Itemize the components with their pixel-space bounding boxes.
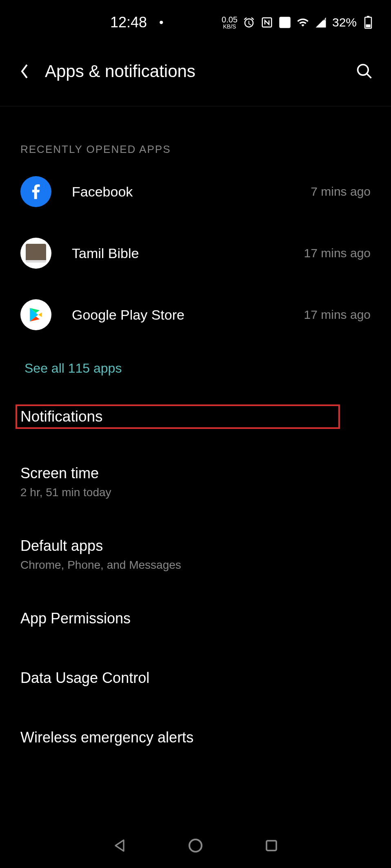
page-header: Apps & notifications [0,37,391,106]
setting-screen-time[interactable]: Screen time 2 hr, 51 min today [20,453,371,510]
setting-title: App Permissions [20,610,371,627]
setting-subtitle: Chrome, Phone, and Messages [20,559,371,572]
setting-title: Default apps [20,537,371,554]
nav-back-icon [111,837,128,854]
status-time: 12:48 [110,14,147,31]
recent-app-facebook[interactable]: Facebook 7 mins ago [20,176,371,207]
app-name: Tamil Bible [72,245,284,261]
svg-rect-11 [267,841,276,850]
setting-data-usage[interactable]: Data Usage Control [20,658,371,702]
tamil-bible-icon [20,238,51,269]
content-area: RECENTLY OPENED APPS Facebook 7 mins ago… [0,106,391,762]
svg-point-10 [189,839,202,852]
svg-text:x: x [323,16,326,22]
setting-title: Notifications [20,408,335,425]
setting-title: Wireless emergency alerts [20,729,371,746]
section-label-recent-apps: RECENTLY OPENED APPS [20,143,371,156]
wifi-icon [296,16,309,29]
setting-app-permissions[interactable]: App Permissions [20,599,371,643]
status-left: 12:48 • [110,14,164,31]
nav-home-icon [187,837,204,854]
net-speed-unit: KB/S [223,24,236,29]
setting-wireless-emergency-alerts[interactable]: Wireless emergency alerts [20,718,371,762]
setting-default-apps[interactable]: Default apps Chrome, Phone, and Messages [20,526,371,583]
battery-icon [362,16,375,29]
svg-rect-7 [366,24,370,27]
setting-title: Screen time [20,465,371,482]
app-time: 17 mins ago [304,246,371,260]
setting-notifications[interactable]: Notifications [16,404,340,429]
recent-app-google-play[interactable]: Google Play Store 17 mins ago [20,299,371,330]
nav-recent-button[interactable] [261,835,282,856]
search-button[interactable] [354,61,375,82]
page-title: Apps & notifications [45,62,342,81]
svg-line-9 [367,74,371,78]
svg-rect-6 [367,16,369,17]
nav-back-button[interactable] [109,835,130,856]
chevron-left-icon [20,63,29,80]
book-icon [26,244,46,263]
setting-title: Data Usage Control [20,669,371,687]
app-name: Facebook [72,184,290,200]
nfc-icon [260,16,273,29]
recent-app-tamil-bible[interactable]: Tamil Bible 17 mins ago [20,238,371,269]
app-time: 17 mins ago [304,308,371,322]
alarm-icon [242,16,255,29]
app-name: Google Play Store [72,307,284,323]
back-button[interactable] [16,63,33,80]
volte-icon: VoLTE [278,16,291,29]
nav-recent-icon [264,838,279,853]
net-speed-value: 0.05 [222,15,238,24]
net-speed-indicator: 0.05 KB/S [222,15,238,29]
facebook-icon [20,176,51,207]
svg-point-8 [358,65,369,75]
svg-text:LTE: LTE [281,22,289,27]
nav-home-button[interactable] [185,835,206,856]
status-right: 0.05 KB/S VoLTE x 32% [222,15,375,29]
signal-icon: x [314,16,327,29]
app-time: 7 mins ago [311,185,371,199]
navigation-bar [0,835,391,856]
battery-percentage: 32% [332,15,357,29]
google-play-icon [20,299,51,330]
status-dot-icon: • [159,15,164,29]
setting-subtitle: 2 hr, 51 min today [20,486,371,499]
search-icon [355,62,373,80]
see-all-apps-link[interactable]: See all 115 apps [20,361,371,376]
status-bar: 12:48 • 0.05 KB/S VoLTE x 32% [0,0,391,37]
